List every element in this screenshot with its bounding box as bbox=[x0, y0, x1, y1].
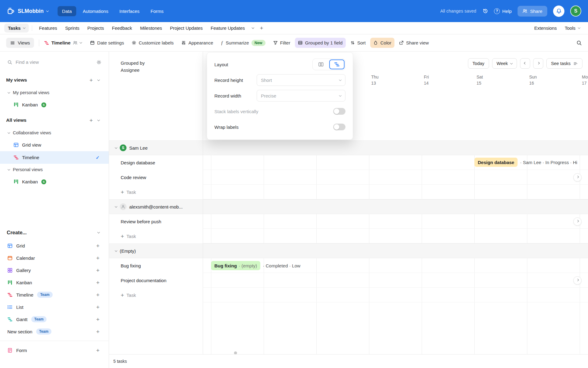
range-select[interactable]: Week bbox=[492, 58, 517, 69]
task-row-bug-fixing[interactable]: Bug fixing bbox=[109, 258, 588, 273]
nav-automations[interactable]: Automations bbox=[78, 6, 113, 16]
timeline-bar-design-database[interactable]: Design database · Sam Lee · In Progress … bbox=[474, 157, 588, 167]
create-new-section[interactable]: New section Team + bbox=[0, 325, 109, 338]
prev-button[interactable] bbox=[520, 58, 530, 69]
create-timeline[interactable]: Timeline Team + bbox=[0, 289, 109, 301]
create-section-header[interactable]: Create... bbox=[0, 225, 109, 240]
tab-project-updates[interactable]: Project Updates bbox=[166, 24, 206, 33]
add-task-button[interactable]: + Task bbox=[109, 185, 588, 199]
app-logo-icon[interactable] bbox=[7, 7, 15, 15]
create-calendar[interactable]: Calendar + bbox=[0, 252, 109, 264]
tab-feature-updates[interactable]: Feature Updates bbox=[207, 24, 249, 33]
tab-projects[interactable]: Projects bbox=[84, 24, 107, 33]
search-icon[interactable] bbox=[576, 40, 582, 46]
tab-feedback[interactable]: Feedback bbox=[108, 24, 136, 33]
tab-features[interactable]: Features bbox=[35, 24, 61, 33]
task-row-review-before-push[interactable]: Review before push bbox=[109, 214, 588, 229]
tab-milestones[interactable]: Milestones bbox=[136, 24, 166, 33]
gear-icon[interactable] bbox=[96, 60, 101, 65]
see-tasks-button[interactable]: See tasks bbox=[546, 58, 582, 69]
add-view-button[interactable]: + bbox=[89, 77, 93, 83]
plus-icon[interactable]: + bbox=[96, 280, 100, 286]
create-list[interactable]: List + bbox=[0, 301, 109, 313]
record-height-select[interactable]: Short bbox=[257, 74, 345, 86]
next-button[interactable] bbox=[533, 58, 543, 69]
scroll-right-indicator[interactable] bbox=[573, 173, 582, 182]
app-name[interactable]: SLMobbin bbox=[18, 8, 48, 14]
help-button[interactable]: ? Help bbox=[494, 8, 512, 14]
appearance-button[interactable]: Appearance bbox=[178, 38, 216, 48]
scroll-right-indicator[interactable] bbox=[573, 217, 582, 226]
task-row-code-review[interactable]: Code review bbox=[109, 170, 588, 185]
nav-interfaces[interactable]: Interfaces bbox=[115, 6, 144, 16]
notifications-button[interactable] bbox=[553, 6, 564, 17]
create-kanban[interactable]: Kanban + bbox=[0, 276, 109, 289]
layout-rows-option[interactable] bbox=[329, 59, 345, 69]
date-settings-button[interactable]: Date settings bbox=[87, 38, 127, 48]
group-button[interactable]: Grouped by 1 field bbox=[295, 38, 346, 48]
tab-tasks[interactable]: Tasks bbox=[4, 24, 29, 33]
collapse-chevron-icon[interactable] bbox=[115, 249, 117, 251]
collapse-chevron-icon[interactable] bbox=[115, 146, 117, 148]
share-button[interactable]: Share bbox=[518, 6, 547, 17]
sidebar-item-kanban-personal[interactable]: Kanban S bbox=[0, 98, 109, 111]
plus-icon[interactable]: + bbox=[96, 292, 100, 298]
create-grid[interactable]: Grid + bbox=[0, 240, 109, 252]
history-icon[interactable] bbox=[483, 8, 488, 14]
plus-icon[interactable]: + bbox=[96, 329, 100, 335]
collapse-chevron-icon[interactable] bbox=[115, 205, 117, 207]
group-header-alexsmith[interactable]: alexsmith@content-mob... bbox=[109, 199, 588, 214]
group-header-sam-lee[interactable]: S Sam Lee bbox=[109, 140, 588, 155]
sidebar-item-grid-view[interactable]: Grid view bbox=[0, 139, 109, 151]
plus-icon[interactable]: + bbox=[96, 316, 100, 322]
date-header: Mon17 bbox=[582, 74, 588, 86]
color-button[interactable]: Color bbox=[370, 38, 394, 48]
personal-views-toggle[interactable]: Personal views bbox=[0, 164, 109, 175]
task-row-project-documentation[interactable]: Project documentation bbox=[109, 273, 588, 288]
filter-button[interactable]: Filter bbox=[270, 38, 293, 48]
group-header-empty[interactable]: (Empty) bbox=[109, 243, 588, 258]
add-view-button[interactable]: + bbox=[89, 117, 93, 123]
customize-labels-button[interactable]: Customize labels bbox=[129, 38, 177, 48]
plus-icon[interactable]: + bbox=[96, 267, 100, 273]
chevron-down-icon bbox=[23, 26, 25, 29]
create-form[interactable]: Form + bbox=[0, 344, 109, 356]
find-view-search[interactable]: Find a view bbox=[5, 57, 104, 67]
scroll-right-indicator[interactable] bbox=[573, 276, 582, 285]
owner-badge: S bbox=[41, 102, 46, 107]
sort-arrows-icon bbox=[350, 40, 355, 45]
add-task-button[interactable]: + Task bbox=[109, 229, 588, 243]
tools-button[interactable]: Tools bbox=[561, 24, 584, 33]
summarize-button[interactable]: ƒ Summarize New bbox=[218, 37, 269, 48]
plus-icon[interactable]: + bbox=[96, 347, 100, 353]
layout-cards-option[interactable] bbox=[313, 59, 329, 69]
plus-icon[interactable]: + bbox=[96, 304, 100, 310]
collaborative-views-toggle[interactable]: Collaborative views bbox=[0, 127, 109, 139]
stack-labels-toggle[interactable] bbox=[333, 108, 345, 115]
timeline-bar-bug-fixing[interactable]: Bug fixing · (empty) · Completed · Low bbox=[211, 260, 300, 271]
nav-forms[interactable]: Forms bbox=[146, 6, 168, 16]
create-gantt[interactable]: Gantt Team + bbox=[0, 313, 109, 325]
today-button[interactable]: Today bbox=[468, 58, 489, 69]
sort-button[interactable]: Sort bbox=[347, 38, 369, 48]
sidebar-item-kanban-personal-2[interactable]: Kanban S bbox=[0, 175, 109, 188]
chevron-down-icon[interactable] bbox=[97, 78, 100, 81]
plus-icon[interactable]: + bbox=[96, 255, 100, 261]
nav-data[interactable]: Data bbox=[58, 6, 77, 16]
chevron-down-icon[interactable] bbox=[97, 118, 100, 121]
wrap-labels-toggle[interactable] bbox=[333, 124, 345, 130]
tab-sprints[interactable]: Sprints bbox=[62, 24, 83, 33]
views-button[interactable]: Views bbox=[6, 38, 34, 48]
share-view-button[interactable]: Share view bbox=[396, 38, 432, 48]
record-width-select[interactable]: Precise bbox=[257, 90, 345, 102]
add-table-button[interactable]: + bbox=[257, 25, 266, 32]
sidebar-item-timeline[interactable]: Timeline ✓ bbox=[0, 151, 109, 164]
extensions-button[interactable]: Extensions bbox=[531, 24, 560, 33]
current-view-selector[interactable]: Timeline bbox=[44, 40, 82, 46]
more-tables-chevron-icon[interactable] bbox=[249, 28, 257, 29]
plus-icon[interactable]: + bbox=[96, 243, 100, 249]
user-avatar[interactable]: S bbox=[570, 6, 581, 17]
add-task-button[interactable]: + Task bbox=[109, 288, 588, 302]
my-personal-views-toggle[interactable]: My personal views bbox=[0, 87, 109, 98]
create-gallery[interactable]: Gallery + bbox=[0, 264, 109, 276]
